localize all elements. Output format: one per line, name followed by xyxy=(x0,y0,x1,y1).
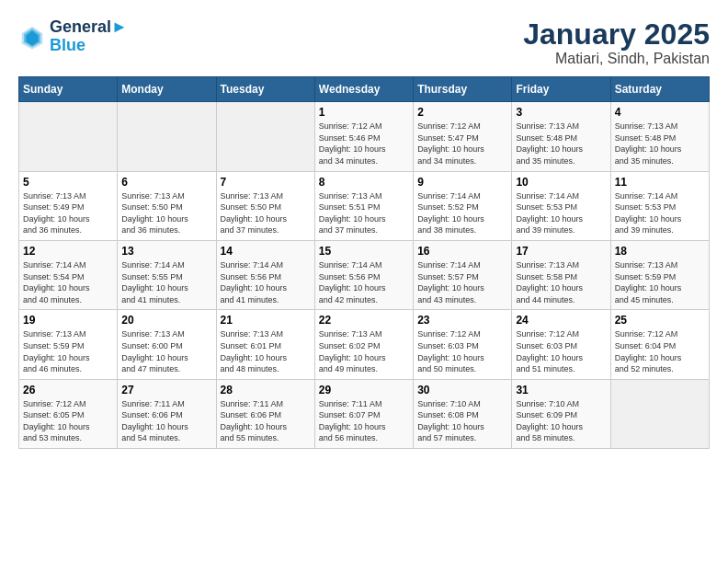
day-info: Sunrise: 7:12 AM Sunset: 6:03 PM Dayligh… xyxy=(516,328,606,374)
day-info: Sunrise: 7:13 AM Sunset: 5:49 PM Dayligh… xyxy=(23,190,113,236)
weekday-header-saturday: Saturday xyxy=(610,77,709,102)
calendar-cell: 20Sunrise: 7:13 AM Sunset: 6:00 PM Dayli… xyxy=(118,310,216,379)
calendar-cell: 24Sunrise: 7:12 AM Sunset: 6:03 PM Dayli… xyxy=(512,310,610,379)
calendar-cell: 5Sunrise: 7:13 AM Sunset: 5:49 PM Daylig… xyxy=(19,171,118,240)
day-info: Sunrise: 7:13 AM Sunset: 6:02 PM Dayligh… xyxy=(319,328,409,374)
day-info: Sunrise: 7:13 AM Sunset: 5:59 PM Dayligh… xyxy=(23,328,113,374)
location-title: Matiari, Sindh, Pakistan xyxy=(523,51,710,67)
day-number: 20 xyxy=(121,314,211,327)
day-info: Sunrise: 7:14 AM Sunset: 5:53 PM Dayligh… xyxy=(516,190,606,236)
weekday-header-friday: Friday xyxy=(512,77,610,102)
calendar-cell: 30Sunrise: 7:10 AM Sunset: 6:08 PM Dayli… xyxy=(414,379,512,448)
calendar-cell: 25Sunrise: 7:12 AM Sunset: 6:04 PM Dayli… xyxy=(610,310,709,379)
day-info: Sunrise: 7:14 AM Sunset: 5:57 PM Dayligh… xyxy=(417,259,507,305)
day-number: 27 xyxy=(121,384,211,396)
calendar-cell: 31Sunrise: 7:10 AM Sunset: 6:09 PM Dayli… xyxy=(512,379,610,448)
day-number: 23 xyxy=(417,314,507,327)
day-number: 21 xyxy=(221,314,311,327)
day-number: 29 xyxy=(319,384,409,396)
day-number: 14 xyxy=(221,245,311,258)
day-number: 13 xyxy=(121,245,211,258)
day-number: 15 xyxy=(319,245,409,258)
calendar-cell: 4Sunrise: 7:13 AM Sunset: 5:48 PM Daylig… xyxy=(610,102,709,171)
weekday-header-row: SundayMondayTuesdayWednesdayThursdayFrid… xyxy=(19,77,710,102)
day-info: Sunrise: 7:14 AM Sunset: 5:54 PM Dayligh… xyxy=(23,259,113,305)
day-number: 25 xyxy=(615,314,705,327)
calendar-cell: 3Sunrise: 7:13 AM Sunset: 5:48 PM Daylig… xyxy=(512,102,610,171)
calendar-cell: 18Sunrise: 7:13 AM Sunset: 5:59 PM Dayli… xyxy=(610,240,709,309)
day-info: Sunrise: 7:12 AM Sunset: 5:46 PM Dayligh… xyxy=(319,121,409,167)
calendar-cell: 26Sunrise: 7:12 AM Sunset: 6:05 PM Dayli… xyxy=(19,379,118,448)
day-info: Sunrise: 7:14 AM Sunset: 5:53 PM Dayligh… xyxy=(615,190,705,236)
day-info: Sunrise: 7:11 AM Sunset: 6:07 PM Dayligh… xyxy=(319,398,409,444)
logo-icon xyxy=(18,23,46,51)
day-number: 18 xyxy=(615,245,705,258)
day-info: Sunrise: 7:13 AM Sunset: 5:50 PM Dayligh… xyxy=(221,190,311,236)
calendar-cell: 2Sunrise: 7:12 AM Sunset: 5:47 PM Daylig… xyxy=(414,102,512,171)
day-number: 8 xyxy=(319,176,409,189)
day-number: 3 xyxy=(516,106,606,119)
calendar-cell: 21Sunrise: 7:13 AM Sunset: 6:01 PM Dayli… xyxy=(216,310,314,379)
calendar-cell: 19Sunrise: 7:13 AM Sunset: 5:59 PM Dayli… xyxy=(19,310,118,379)
weekday-header-tuesday: Tuesday xyxy=(216,77,314,102)
weekday-header-monday: Monday xyxy=(118,77,216,102)
weekday-header-thursday: Thursday xyxy=(414,77,512,102)
day-number: 28 xyxy=(221,384,311,396)
day-number: 12 xyxy=(23,245,113,258)
day-info: Sunrise: 7:14 AM Sunset: 5:55 PM Dayligh… xyxy=(121,259,211,305)
day-info: Sunrise: 7:11 AM Sunset: 6:06 PM Dayligh… xyxy=(121,398,211,444)
calendar-cell: 9Sunrise: 7:14 AM Sunset: 5:52 PM Daylig… xyxy=(414,171,512,240)
day-info: Sunrise: 7:10 AM Sunset: 6:09 PM Dayligh… xyxy=(516,398,606,444)
day-info: Sunrise: 7:12 AM Sunset: 6:05 PM Dayligh… xyxy=(23,398,113,444)
calendar-cell: 6Sunrise: 7:13 AM Sunset: 5:50 PM Daylig… xyxy=(118,171,216,240)
day-info: Sunrise: 7:14 AM Sunset: 5:56 PM Dayligh… xyxy=(221,259,311,305)
calendar-week-5: 26Sunrise: 7:12 AM Sunset: 6:05 PM Dayli… xyxy=(19,379,710,448)
day-number: 26 xyxy=(23,384,113,396)
page-header: General► Blue January 2025 Matiari, Sind… xyxy=(18,18,710,67)
calendar-cell: 13Sunrise: 7:14 AM Sunset: 5:55 PM Dayli… xyxy=(118,240,216,309)
day-number: 11 xyxy=(615,176,705,189)
calendar-table: SundayMondayTuesdayWednesdayThursdayFrid… xyxy=(18,76,710,449)
day-number: 31 xyxy=(516,384,606,396)
calendar-cell: 10Sunrise: 7:14 AM Sunset: 5:53 PM Dayli… xyxy=(512,171,610,240)
calendar-cell: 12Sunrise: 7:14 AM Sunset: 5:54 PM Dayli… xyxy=(19,240,118,309)
day-number: 6 xyxy=(121,176,211,189)
day-number: 7 xyxy=(221,176,311,189)
day-number: 17 xyxy=(516,245,606,258)
calendar-week-2: 5Sunrise: 7:13 AM Sunset: 5:49 PM Daylig… xyxy=(19,171,710,240)
calendar-cell: 11Sunrise: 7:14 AM Sunset: 5:53 PM Dayli… xyxy=(610,171,709,240)
day-number: 5 xyxy=(23,176,113,189)
calendar-cell: 7Sunrise: 7:13 AM Sunset: 5:50 PM Daylig… xyxy=(216,171,314,240)
calendar-cell: 29Sunrise: 7:11 AM Sunset: 6:07 PM Dayli… xyxy=(314,379,413,448)
calendar-cell: 28Sunrise: 7:11 AM Sunset: 6:06 PM Dayli… xyxy=(216,379,314,448)
day-number: 4 xyxy=(615,106,705,119)
day-info: Sunrise: 7:13 AM Sunset: 5:58 PM Dayligh… xyxy=(516,259,606,305)
day-info: Sunrise: 7:13 AM Sunset: 5:51 PM Dayligh… xyxy=(319,190,409,236)
day-number: 30 xyxy=(417,384,507,396)
calendar-cell: 17Sunrise: 7:13 AM Sunset: 5:58 PM Dayli… xyxy=(512,240,610,309)
day-info: Sunrise: 7:14 AM Sunset: 5:52 PM Dayligh… xyxy=(417,190,507,236)
day-info: Sunrise: 7:13 AM Sunset: 5:48 PM Dayligh… xyxy=(615,121,705,167)
month-title: January 2025 xyxy=(523,18,710,51)
calendar-cell xyxy=(118,102,216,171)
day-info: Sunrise: 7:13 AM Sunset: 5:50 PM Dayligh… xyxy=(121,190,211,236)
day-info: Sunrise: 7:13 AM Sunset: 6:01 PM Dayligh… xyxy=(221,328,311,374)
calendar-cell: 15Sunrise: 7:14 AM Sunset: 5:56 PM Dayli… xyxy=(314,240,413,309)
weekday-header-sunday: Sunday xyxy=(19,77,118,102)
calendar-cell xyxy=(216,102,314,171)
calendar-cell: 14Sunrise: 7:14 AM Sunset: 5:56 PM Dayli… xyxy=(216,240,314,309)
day-number: 16 xyxy=(417,245,507,258)
day-number: 1 xyxy=(319,106,409,119)
title-section: January 2025 Matiari, Sindh, Pakistan xyxy=(523,18,710,67)
day-number: 22 xyxy=(319,314,409,327)
day-info: Sunrise: 7:12 AM Sunset: 6:03 PM Dayligh… xyxy=(417,328,507,374)
logo: General► Blue xyxy=(18,18,128,55)
day-info: Sunrise: 7:12 AM Sunset: 6:04 PM Dayligh… xyxy=(615,328,705,374)
calendar-cell: 1Sunrise: 7:12 AM Sunset: 5:46 PM Daylig… xyxy=(314,102,413,171)
calendar-cell: 23Sunrise: 7:12 AM Sunset: 6:03 PM Dayli… xyxy=(414,310,512,379)
day-number: 19 xyxy=(23,314,113,327)
weekday-header-wednesday: Wednesday xyxy=(314,77,413,102)
calendar-week-1: 1Sunrise: 7:12 AM Sunset: 5:46 PM Daylig… xyxy=(19,102,710,171)
day-info: Sunrise: 7:13 AM Sunset: 5:48 PM Dayligh… xyxy=(516,121,606,167)
day-number: 24 xyxy=(516,314,606,327)
